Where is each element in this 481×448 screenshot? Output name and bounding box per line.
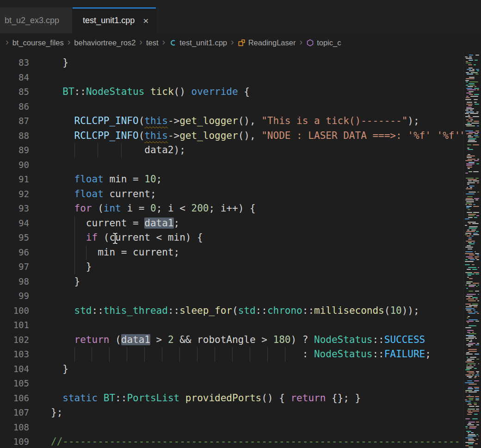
breadcrumb-item-bt_course_files[interactable]: bt_course_files <box>12 38 64 47</box>
minimap-line <box>466 207 469 208</box>
minimap-line <box>469 81 478 82</box>
code-line: 106 static BT::PortsList providedPorts()… <box>0 391 464 406</box>
minimap-line <box>468 86 474 87</box>
minimap-line <box>467 359 475 360</box>
minimap-line <box>469 286 475 287</box>
minimap-line <box>465 218 469 219</box>
minimap-line <box>471 123 479 124</box>
minimap-line <box>469 365 472 366</box>
line-number: 108 <box>0 420 29 435</box>
code-line: 89 data2); <box>0 143 464 158</box>
minimap-line <box>475 299 478 299</box>
minimap-line <box>469 395 470 396</box>
minimap-line <box>472 304 478 305</box>
minimap-line <box>466 310 471 311</box>
line-number: 109 <box>0 435 29 448</box>
code-line: 103 : NodeStatus::FAILURE; <box>0 347 464 362</box>
minimap-line <box>474 390 479 391</box>
breadcrumb-item-ReadingLaser[interactable]: ReadingLaser <box>238 38 296 47</box>
code-area[interactable]: 83 }8485 BT::NodeStatus tick() override … <box>0 52 464 448</box>
minimap-line <box>468 436 476 436</box>
code-line: 97 } <box>0 260 464 274</box>
minimap-line <box>469 228 477 229</box>
breadcrumb-item-test_unit1.cpp[interactable]: test_unit1.cpp <box>169 38 227 47</box>
code-line: 85 BT::NodeStatus tick() override { <box>0 85 464 100</box>
breadcrumb-label: test_unit1.cpp <box>179 38 227 47</box>
minimap-line <box>467 196 473 197</box>
minimap-line <box>465 264 470 265</box>
minimap-line <box>467 184 469 185</box>
minimap-line <box>475 291 479 292</box>
tab-bt_u2_ex3.cpp[interactable]: bt_u2_ex3.cpp <box>0 7 73 33</box>
minimap-line <box>475 104 479 105</box>
minimap-line <box>473 283 479 284</box>
code-line-content <box>51 100 464 114</box>
code-line: 93 for (int i = 0; i < 200; i++) { <box>0 201 464 216</box>
line-number: 86 <box>0 100 29 114</box>
minimap-line <box>475 443 478 444</box>
minimap-line <box>469 226 478 227</box>
chevron-right-icon: › <box>4 37 11 49</box>
breadcrumb-item-topic_c[interactable]: topic_c <box>306 38 341 47</box>
minimap-line <box>466 431 471 432</box>
minimap-line <box>465 131 473 131</box>
breadcrumb-label: topic_c <box>317 38 341 47</box>
tab-test_unit1.cpp[interactable]: test_unit1.cpp× <box>73 7 156 33</box>
code-line-content <box>51 158 464 173</box>
minimap-line <box>468 180 472 181</box>
minimap-line <box>469 132 476 133</box>
minimap-line <box>469 333 477 334</box>
minimap-line <box>475 253 479 254</box>
minimap-line <box>466 107 471 108</box>
code-line-content: std::this_thread::sleep_for(std::chrono:… <box>51 304 464 318</box>
minimap-line <box>468 439 474 440</box>
minimap-line <box>465 80 469 81</box>
minimap-line <box>477 70 479 71</box>
minimap[interactable] <box>463 52 481 448</box>
minimap-line <box>468 179 477 180</box>
code-line: 92 float current; <box>0 187 464 202</box>
code-line-content: //--------------------------------------… <box>51 435 464 448</box>
minimap-line <box>467 148 469 149</box>
minimap-line <box>468 388 473 389</box>
line-number: 92 <box>0 187 29 202</box>
minimap-line <box>473 310 475 311</box>
code-line: 107}; <box>0 405 464 420</box>
code-line-content: return (data1 > 2 && robotAngle > 180) ?… <box>51 333 464 348</box>
breadcrumb-item-test[interactable]: test <box>146 38 159 47</box>
minimap-line <box>474 387 479 388</box>
minimap-line <box>465 233 471 234</box>
minimap-line <box>468 412 473 413</box>
minimap-line <box>466 104 473 105</box>
line-number: 101 <box>0 318 29 333</box>
tab-close-icon[interactable]: × <box>143 16 148 25</box>
code-line: 105 <box>0 376 464 391</box>
minimap-line <box>469 94 473 95</box>
minimap-line <box>472 332 474 333</box>
minimap-line <box>465 390 472 391</box>
chevron-right-icon: › <box>229 37 236 49</box>
minimap-line <box>467 167 473 168</box>
minimap-line <box>468 311 472 312</box>
minimap-line <box>466 193 475 194</box>
code-line: 95 if (current < min) { <box>0 230 464 245</box>
minimap-line <box>474 217 477 218</box>
minimap-line <box>474 121 479 122</box>
minimap-line <box>465 374 471 375</box>
minimap-line <box>474 404 477 405</box>
minimap-line <box>476 439 478 440</box>
minimap-line <box>474 198 479 199</box>
minimap-line <box>465 418 470 419</box>
minimap-line <box>467 332 470 333</box>
minimap-line <box>465 442 474 443</box>
breadcrumb-item-behaviortree_ros2[interactable]: behaviortree_ros2 <box>74 38 136 47</box>
minimap-line <box>467 123 470 124</box>
minimap-line <box>467 357 468 358</box>
minimap-line <box>469 91 474 92</box>
minimap-line <box>466 178 474 179</box>
cpp-file-icon <box>169 39 177 47</box>
minimap-line <box>469 319 477 320</box>
minimap-line <box>470 340 472 341</box>
minimap-line <box>477 313 479 314</box>
minimap-line <box>467 330 474 331</box>
